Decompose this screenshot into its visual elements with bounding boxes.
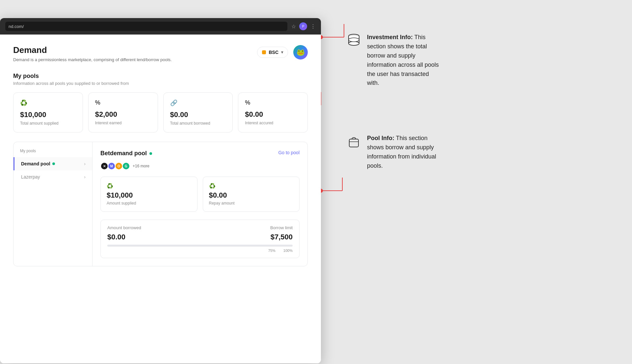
pool-panel: My pools Demand pool › Lazerpay — [13, 142, 308, 266]
pool-supply-label: Amount supplied — [107, 201, 191, 206]
browser-window: nd.com/ ☆ P ⋮ Demand Demand is a permiss… — [0, 18, 321, 363]
borrow-progress-bar — [107, 245, 293, 247]
pool-header: Betdemand pool Go to pool — [100, 150, 300, 157]
my-pools-subtitle: Information across all pools you supplie… — [13, 81, 308, 86]
pool-stats-grid: ♻️ $10,000 Amount supplied ♻️ $0.00 Repa… — [100, 177, 300, 212]
pool-stat-supply: ♻️ $10,000 Amount supplied — [100, 177, 198, 212]
pool-active-dot-icon — [149, 152, 152, 155]
annotation-investment-text: Investment Info: This section shows the … — [367, 33, 439, 88]
url-bar[interactable]: nd.com/ — [5, 22, 287, 31]
active-dot-icon — [52, 162, 55, 165]
pool-sidebar-title: My pools — [13, 149, 92, 153]
sidebar-item-lazerpay[interactable]: Lazerpay › — [13, 170, 92, 183]
svg-point-14 — [321, 189, 323, 193]
svg-point-5 — [349, 38, 359, 42]
token-icon-2: M — [108, 162, 116, 170]
stat-card-interest-accured: % $0.00 Interest accured — [238, 92, 308, 133]
menu-icon[interactable]: ⋮ — [310, 23, 316, 30]
user-avatar[interactable]: 🐸 — [293, 45, 308, 60]
annotation-panel: Investment Info: This section shows the … — [321, 0, 632, 197]
chevron-down-icon: ▾ — [281, 50, 283, 55]
lazerpay-name: Lazerpay — [21, 174, 40, 180]
pool-content: Betdemand pool Go to pool ✕ M O G +16 mo… — [92, 142, 307, 266]
token-icon-1: ✕ — [100, 162, 108, 170]
interest-icon: % — [245, 99, 250, 106]
svg-point-8 — [321, 35, 323, 39]
demand-pool-name: Demand pool — [21, 161, 55, 166]
app-content: Demand Demand is a permissionless market… — [0, 35, 321, 363]
chevron-right-icon-lazerpay: › — [84, 174, 86, 180]
svg-rect-6 — [349, 139, 358, 147]
annotation-investment-info: Investment Info: This section shows the … — [347, 33, 612, 88]
network-label: BSC — [269, 50, 278, 55]
stat-card-interest-earned: % $2,000 Interest earned — [88, 92, 158, 133]
database-icon — [347, 34, 360, 51]
supply-amount: $10,000 — [20, 110, 76, 119]
pool-stat-repay: ♻️ $0.00 Repay amount — [203, 177, 300, 212]
pool-name: Betdemand pool — [100, 150, 152, 157]
annotation-investment-body: This section shows the total borrow and … — [367, 34, 439, 86]
borrow-label-right: Borrow limit — [270, 225, 293, 230]
annotation-pool-info: Pool Info: This section shows borrow and… — [347, 134, 612, 171]
borrowed-amount: $0.00 — [170, 110, 226, 119]
network-dot-icon — [262, 50, 266, 54]
interest-accured-label: Interest accured — [245, 121, 301, 125]
borrowed-label: Total amount borrowed — [170, 121, 226, 126]
page-title: Demand — [13, 45, 172, 55]
progress-75-label: 75% — [268, 249, 276, 253]
borrow-section: Amount borrowed Borrow limit $0.00 $7,50… — [100, 220, 300, 258]
borrow-amount-right: $7,500 — [271, 233, 293, 241]
pool-supply-amount: $10,000 — [107, 191, 191, 200]
chevron-right-icon: › — [84, 161, 86, 166]
annotation-investment-title: Investment Info: — [367, 34, 413, 40]
pool-tokens: ✕ M O G +16 more — [100, 162, 300, 170]
network-selector[interactable]: BSC ▾ — [257, 47, 288, 58]
pool-repay-label: Repay amount — [209, 201, 294, 206]
annotation-pool-text: Pool Info: This section shows borrow and… — [367, 134, 439, 171]
borrow-label-left: Amount borrowed — [107, 225, 141, 230]
more-tokens-label: +16 more — [133, 164, 149, 168]
annotation-pool-title: Pool Info: — [367, 135, 394, 141]
bag-icon — [347, 134, 360, 152]
page-subtitle: Demand is a permissionless marketplace, … — [13, 57, 172, 62]
percent-icon: % — [95, 99, 100, 106]
my-pools-title: My pools — [13, 73, 308, 80]
header-left: Demand Demand is a permissionless market… — [13, 45, 172, 62]
browser-actions: ☆ P ⋮ — [291, 22, 316, 30]
supply-label: Total amount supplied — [20, 121, 76, 126]
header-controls: BSC ▾ 🐸 — [257, 45, 308, 60]
borrow-icon: 🔗 — [170, 99, 177, 107]
my-pools-section: My pools Information across all pools yo… — [13, 73, 308, 266]
interest-accured-amount: $0.00 — [245, 110, 301, 119]
token-icon-3: O — [115, 162, 123, 170]
star-icon[interactable]: ☆ — [291, 23, 296, 30]
sidebar-item-demand-pool[interactable]: Demand pool › — [13, 157, 92, 170]
go-to-pool-button[interactable]: Go to pool — [278, 150, 300, 155]
url-text: nd.com/ — [9, 24, 24, 29]
progress-100-label: 100% — [283, 249, 293, 253]
browser-chrome: nd.com/ ☆ P ⋮ — [0, 18, 321, 35]
stat-card-supply: ♻️ $10,000 Total amount supplied — [13, 92, 83, 133]
pool-sidebar: My pools Demand pool › Lazerpay — [13, 142, 92, 266]
stats-grid: ♻️ $10,000 Total amount supplied % $2,00… — [13, 92, 308, 133]
progress-labels: 75% 100% — [107, 249, 293, 253]
borrow-amount-left: $0.00 — [107, 233, 125, 241]
browser-avatar[interactable]: P — [299, 22, 307, 30]
borrow-header: Amount borrowed Borrow limit — [107, 225, 293, 230]
svg-point-4 — [349, 41, 359, 45]
borrow-amounts: $0.00 $7,500 — [107, 233, 293, 241]
repay-icon: ♻️ — [209, 183, 216, 189]
app-header: Demand Demand is a permissionless market… — [13, 45, 308, 62]
supply-icon: ♻️ — [20, 99, 27, 107]
stat-card-borrowed: 🔗 $0.00 Total amount borrowed — [163, 92, 233, 133]
interest-earned-amount: $2,000 — [95, 110, 151, 119]
token-icon-4: G — [122, 162, 130, 170]
interest-earned-label: Interest earned — [95, 121, 151, 125]
pool-repay-amount: $0.00 — [209, 191, 294, 200]
amount-supplied-icon: ♻️ — [107, 183, 113, 189]
